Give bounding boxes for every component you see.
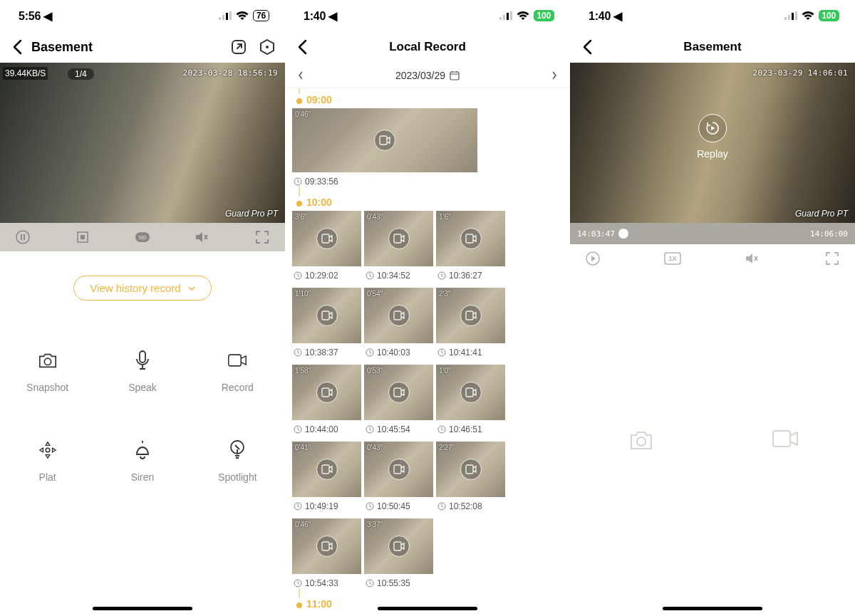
play-icon xyxy=(374,130,395,151)
scrubber-start: 14:03:47 xyxy=(577,229,615,239)
play-icon xyxy=(316,536,338,557)
camera-model: Guard Pro PT xyxy=(225,209,278,219)
clip-duration: 1'6" xyxy=(439,213,451,221)
clip-duration: 0'41" xyxy=(295,444,311,451)
snapshot-button[interactable]: Snapshot xyxy=(0,329,95,419)
record-button[interactable] xyxy=(772,429,796,454)
clip-time: 10:54:33 xyxy=(292,574,361,592)
clip-time: 10:44:00 xyxy=(292,420,361,439)
share-icon[interactable] xyxy=(231,39,247,55)
recording-clip[interactable]: 2'27"10:52:08 xyxy=(436,442,505,516)
svg-rect-8 xyxy=(21,234,22,240)
recording-clip[interactable]: 3'37"10:55:35 xyxy=(364,518,433,592)
recording-clip[interactable]: 1'6"10:36:27 xyxy=(436,211,505,285)
recording-clip[interactable]: 0'54"10:40:03 xyxy=(364,288,433,362)
replay-icon xyxy=(698,114,727,142)
mute-button[interactable] xyxy=(194,229,211,246)
siren-button[interactable]: Siren xyxy=(95,419,190,508)
quality-button[interactable]: SD xyxy=(134,229,151,246)
stop-button[interactable] xyxy=(74,229,91,246)
action-label: Snapshot xyxy=(26,382,68,393)
settings-icon[interactable] xyxy=(259,39,275,55)
home-indicator[interactable] xyxy=(93,607,192,610)
battery-indicator: 100 xyxy=(534,10,554,21)
mute-button[interactable] xyxy=(744,250,761,267)
record-button[interactable]: Record xyxy=(190,329,285,419)
fullscreen-button[interactable] xyxy=(824,250,841,267)
clip-time: 10:45:54 xyxy=(364,420,433,439)
svg-rect-50 xyxy=(322,542,329,550)
action-grid: Snapshot Speak Record Plat Siren Spotlig… xyxy=(0,301,285,508)
svg-point-61 xyxy=(637,437,646,446)
clip-thumbnail: 1'6" xyxy=(436,211,505,266)
svg-rect-40 xyxy=(394,388,401,397)
recording-clip[interactable]: 0'43"10:50:45 xyxy=(364,442,433,516)
playback-controls: 1X xyxy=(570,244,855,273)
clip-time: 10:29:02 xyxy=(292,266,361,285)
svg-rect-54 xyxy=(784,17,787,20)
recording-clip[interactable]: 1'58"10:44:00 xyxy=(292,365,361,439)
clip-time: 10:34:52 xyxy=(364,266,433,285)
snapshot-button[interactable] xyxy=(629,429,653,454)
view-count-badge: 1/4 xyxy=(68,68,94,80)
clip-duration: 3'37" xyxy=(367,521,383,528)
recording-clip[interactable]: 2'3"10:41:41 xyxy=(436,288,505,362)
spotlight-button[interactable]: Spotlight xyxy=(190,419,285,508)
fullscreen-button[interactable] xyxy=(254,229,271,246)
playback-video[interactable]: 2023-03-29 14:06:01 Guard Pro PT Replay xyxy=(570,63,855,223)
recording-clip[interactable]: 1'0"10:46:51 xyxy=(436,365,505,439)
clip-thumbnail: 0'43" xyxy=(364,211,433,266)
scrubber-knob[interactable] xyxy=(618,229,628,239)
view-history-button[interactable]: View history record xyxy=(73,276,211,301)
home-indicator[interactable] xyxy=(663,607,762,610)
speak-button[interactable]: Speak xyxy=(95,329,190,419)
plat-button[interactable]: Plat xyxy=(0,419,95,508)
page-title: Local Record xyxy=(285,40,570,54)
prev-day-button[interactable] xyxy=(298,71,304,80)
status-time: 5:56◀︎ xyxy=(19,9,52,23)
timeline-hour-label: 10:00 xyxy=(292,191,570,211)
camera-model: Guard Pro PT xyxy=(795,209,848,219)
next-day-button[interactable] xyxy=(551,71,557,80)
recording-clip[interactable]: 0'53"10:45:54 xyxy=(364,365,433,439)
back-button[interactable] xyxy=(10,40,24,54)
recording-clip[interactable]: 0'46"10:54:33 xyxy=(292,518,361,592)
timeline[interactable]: 09:000'46"09:33:5610:003'6"10:29:020'43"… xyxy=(285,88,570,612)
replay-button[interactable]: Replay xyxy=(697,114,728,160)
clip-time: 10:49:19 xyxy=(292,497,361,516)
svg-rect-52 xyxy=(394,542,401,550)
play-button[interactable] xyxy=(584,250,601,267)
clip-duration: 0'46" xyxy=(295,521,311,528)
recording-clip[interactable]: 0'41"10:49:19 xyxy=(292,442,361,516)
recording-clip[interactable]: 1'10"10:38:37 xyxy=(292,288,361,362)
recording-clip[interactable]: 0'46"09:33:56 xyxy=(292,108,477,191)
clip-time: 10:55:35 xyxy=(364,574,433,592)
clip-thumbnail: 0'46" xyxy=(292,108,477,172)
playback-scrubber[interactable]: 14:03:47 14:06:00 xyxy=(570,223,855,244)
clip-time: 10:38:37 xyxy=(292,343,361,362)
player-controls: SD xyxy=(0,223,285,251)
recording-clip[interactable]: 0'43"10:34:52 xyxy=(364,211,433,285)
svg-rect-38 xyxy=(322,388,329,397)
svg-rect-19 xyxy=(499,17,502,20)
back-button[interactable] xyxy=(295,40,309,54)
back-button[interactable] xyxy=(580,40,594,54)
clip-thumbnail: 3'6" xyxy=(292,211,361,266)
clip-time: 10:46:51 xyxy=(436,420,505,439)
camera-icon xyxy=(38,350,58,370)
clip-duration: 1'0" xyxy=(439,367,451,375)
pause-button[interactable] xyxy=(14,229,31,246)
live-video[interactable]: 39.44KB/S 1/4 2023-03-28 18:56:19 Guard … xyxy=(0,63,285,223)
svg-rect-1 xyxy=(222,15,224,20)
date-picker[interactable]: 2023/03/29 xyxy=(395,70,460,81)
clip-thumbnail: 0'46" xyxy=(292,518,361,574)
home-indicator[interactable] xyxy=(378,607,477,610)
wifi-icon xyxy=(802,11,814,21)
header: Basement xyxy=(570,31,855,63)
play-icon xyxy=(388,228,410,249)
speed-button[interactable]: 1X xyxy=(664,250,681,267)
svg-rect-20 xyxy=(503,15,505,20)
recording-clip[interactable]: 3'6"10:29:02 xyxy=(292,211,361,285)
svg-rect-34 xyxy=(394,311,401,320)
wifi-icon xyxy=(236,11,249,21)
